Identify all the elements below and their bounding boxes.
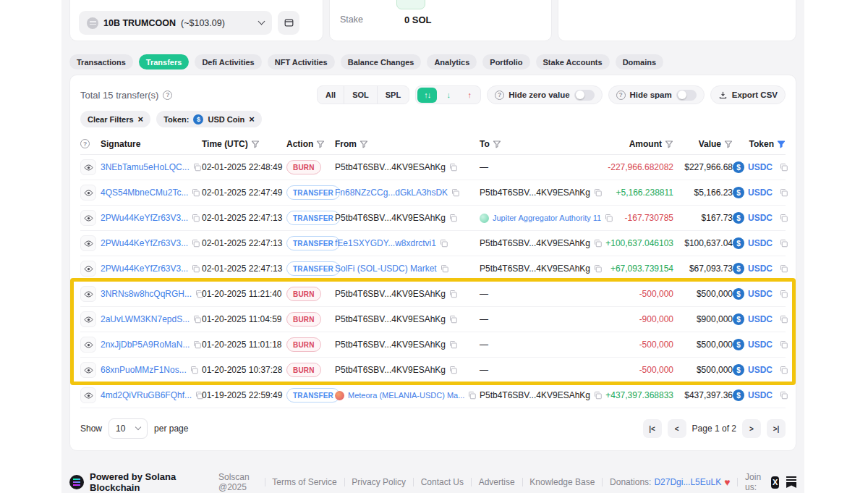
copy-icon[interactable] (780, 239, 788, 248)
tab-transactions[interactable]: Transactions (69, 54, 133, 69)
tab-balance-changes[interactable]: Balance Changes (341, 54, 422, 69)
funnel-icon[interactable] (493, 140, 501, 148)
signature-link[interactable]: 2PWu44KeYfZr63V3... (101, 213, 188, 223)
preview-eye-button[interactable] (80, 286, 96, 302)
copy-icon[interactable] (594, 391, 603, 400)
token-holdings-select[interactable]: 10B TRUMCOON (~$103.09) (79, 11, 272, 35)
sort-both-button[interactable]: ↑↓ (417, 88, 437, 103)
copy-icon[interactable] (451, 188, 460, 197)
signature-link[interactable]: 4QS54MbneCMu2Tc... (101, 187, 188, 198)
footer-link-advertise[interactable]: Advertise (479, 477, 515, 487)
token-link[interactable]: USDC (748, 314, 773, 324)
preview-eye-button[interactable] (80, 185, 96, 201)
copy-icon[interactable] (780, 188, 788, 197)
signature-link[interactable]: 68xnPuoMMzF1Nos... (101, 365, 187, 375)
token-link[interactable]: USDC (748, 365, 773, 375)
signature-link[interactable]: 2PWu44KeYfZr63V3... (101, 264, 188, 274)
preview-eye-button[interactable] (80, 387, 96, 403)
prev-page-button[interactable]: < (668, 419, 686, 438)
to-link[interactable]: Jupiter Aggregator Authority 11 (493, 214, 601, 222)
signature-link[interactable]: 4md2QiVRuGB6FQhf... (101, 390, 192, 400)
funnel-icon[interactable] (359, 140, 368, 148)
funnel-icon[interactable] (724, 140, 733, 148)
copy-icon[interactable] (190, 366, 199, 374)
token-link[interactable]: USDC (748, 264, 773, 274)
copy-icon[interactable] (449, 366, 458, 374)
funnel-icon[interactable] (316, 140, 325, 148)
token-link[interactable]: USDC (748, 340, 773, 350)
token-link[interactable]: USDC (748, 390, 773, 400)
token-filter-chip[interactable]: Token: $ USD Coin × (156, 111, 262, 127)
copy-icon[interactable] (780, 290, 788, 298)
signature-link[interactable]: 3NEbTamu5eHoLQC... (101, 162, 190, 172)
tab-analytics[interactable]: Analytics (427, 54, 477, 69)
token-link[interactable]: USDC (748, 238, 773, 248)
token-link[interactable]: USDC (748, 289, 773, 299)
preview-eye-button[interactable] (80, 362, 96, 378)
copy-icon[interactable] (449, 315, 458, 324)
preview-eye-button[interactable] (80, 337, 96, 353)
copy-icon[interactable] (780, 214, 788, 222)
funnel-icon-active[interactable] (777, 140, 786, 148)
funnel-icon[interactable] (251, 140, 260, 148)
copy-icon[interactable] (468, 391, 477, 400)
tab-transfers[interactable]: Transfers (139, 54, 190, 69)
tab-defi-activities[interactable]: Defi Activities (195, 54, 261, 69)
tab-domains[interactable]: Domains (616, 54, 663, 69)
footer-link-knowledge-base[interactable]: Knowledge Base (529, 477, 595, 487)
copy-icon[interactable] (193, 163, 202, 172)
funnel-icon[interactable] (665, 140, 673, 148)
toggle-switch[interactable] (574, 90, 595, 101)
sort-out-button[interactable]: ↑ (459, 88, 479, 103)
from-link[interactable]: fEe1SXYGDY...w8xdrctvi1 (335, 238, 436, 248)
token-link[interactable]: USDC (748, 213, 773, 223)
last-page-button[interactable]: >| (767, 419, 786, 438)
copy-icon[interactable] (193, 315, 202, 324)
copy-icon[interactable] (780, 366, 788, 374)
from-link[interactable]: Fn68NZzCCg...dGkLA3hsDK (335, 187, 448, 198)
preview-eye-button[interactable] (80, 261, 96, 277)
copy-icon[interactable] (449, 163, 458, 172)
sort-in-button[interactable]: ↓ (438, 88, 458, 103)
preview-eye-button[interactable] (80, 210, 96, 226)
hide-zero-value-toggle[interactable]: ? Hide zero value (487, 85, 602, 104)
export-csv-button[interactable]: Export CSV (710, 85, 786, 104)
copy-icon[interactable] (192, 188, 200, 197)
copy-icon[interactable] (780, 315, 788, 324)
info-icon[interactable]: ? (163, 90, 172, 100)
copy-icon[interactable] (780, 264, 788, 273)
tab-nft-activities[interactable]: NFT Activities (268, 54, 335, 69)
substack-icon[interactable] (786, 476, 796, 488)
copy-icon[interactable] (441, 264, 449, 273)
from-link[interactable]: SolFi (SOL-USDC) Market (335, 264, 437, 274)
signature-link[interactable]: 2aUvLWM3KN7epdS... (101, 314, 190, 324)
filter-all-button[interactable]: All (318, 86, 344, 104)
preview-eye-button[interactable] (80, 311, 96, 327)
hide-spam-toggle[interactable]: ? Hide spam (608, 85, 705, 104)
copy-icon[interactable] (192, 264, 200, 273)
copy-icon[interactable] (192, 239, 200, 248)
signature-link[interactable]: 2PWu44KeYfZr63V3... (101, 238, 188, 248)
copy-icon[interactable] (594, 264, 603, 273)
copy-icon[interactable] (449, 340, 458, 349)
next-page-button[interactable]: > (742, 419, 761, 438)
copy-icon[interactable] (192, 214, 200, 222)
tab-stake-accounts[interactable]: Stake Accounts (536, 54, 610, 69)
copy-icon[interactable] (594, 239, 603, 248)
portfolio-view-button[interactable] (278, 11, 299, 35)
copy-icon[interactable] (594, 188, 603, 197)
copy-icon[interactable] (193, 340, 202, 349)
copy-icon[interactable] (780, 391, 788, 400)
copy-icon[interactable] (449, 290, 458, 298)
preview-eye-button[interactable] (80, 159, 96, 175)
token-link[interactable]: USDC (748, 162, 773, 172)
filter-sol-button[interactable]: SOL (344, 86, 378, 104)
page-size-select[interactable]: 10 (109, 418, 148, 439)
from-link[interactable]: Meteora (MELANIA-USDC) Ma... (348, 391, 464, 400)
first-page-button[interactable]: |< (643, 419, 662, 438)
token-link[interactable]: USDC (748, 187, 773, 198)
footer-link-terms[interactable]: Terms of Service (272, 477, 336, 487)
x-twitter-icon[interactable]: X (771, 476, 779, 489)
footer-link-privacy[interactable]: Privacy Policy (352, 477, 406, 487)
signature-link[interactable]: 2nxJjDbP5A9RoMaN... (101, 340, 190, 350)
